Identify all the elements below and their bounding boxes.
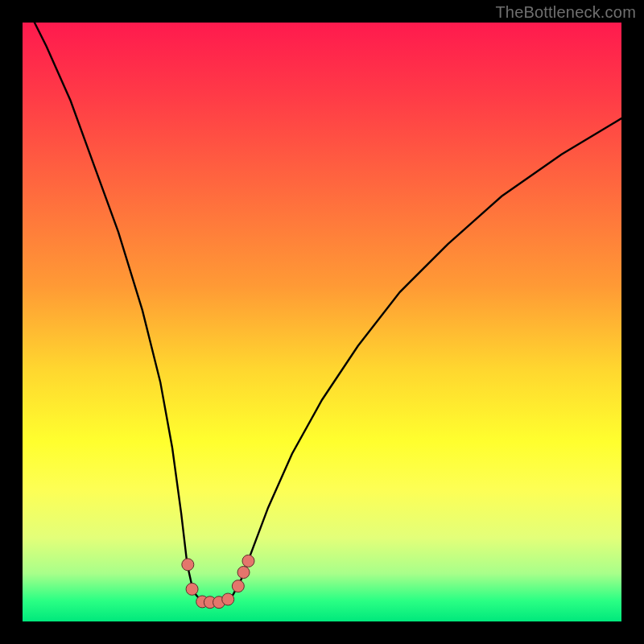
bottleneck-curve	[35, 23, 621, 604]
chart-frame: TheBottleneck.com	[0, 0, 644, 644]
data-marker	[232, 580, 244, 592]
curve-layer	[23, 23, 621, 621]
plot-area	[23, 23, 621, 621]
curve-markers	[182, 555, 254, 608]
data-marker	[182, 559, 194, 571]
data-marker	[222, 593, 234, 605]
data-marker	[237, 566, 250, 578]
watermark-text: TheBottleneck.com	[495, 3, 636, 22]
data-marker	[186, 583, 198, 595]
data-marker	[242, 555, 254, 567]
